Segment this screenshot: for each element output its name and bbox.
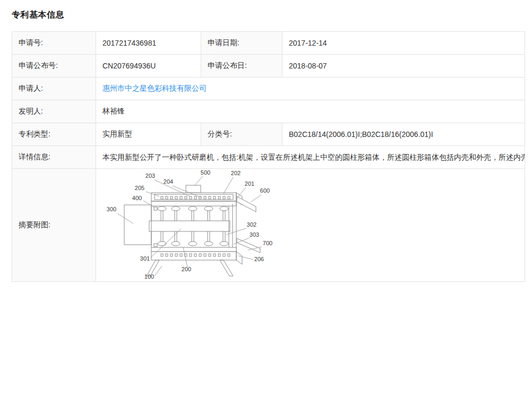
details-text: 本实用新型公开了一种卧式研磨机，包括:机架，设置在所述机架上中空的圆柱形箱体，所… [96, 146, 525, 169]
table-row-application: 申请号: 2017217436981 申请日期: 2017-12-14 [12, 32, 525, 55]
svg-text:300: 300 [107, 206, 116, 212]
publication-no-label: 申请公布号: [12, 55, 96, 78]
table-row-details: 详情信息: 本实用新型公开了一种卧式研磨机，包括:机架，设置在所述机架上中空的圆… [12, 146, 525, 169]
svg-text:303: 303 [250, 231, 259, 238]
application-no-label: 申请号: [12, 32, 96, 55]
applicant-link[interactable]: 惠州市中之星色彩科技有限公司 [102, 84, 207, 92]
abstract-figure-label: 摘要附图: [12, 169, 96, 282]
applicant-label: 申请人: [12, 78, 96, 100]
svg-text:201: 201 [245, 180, 254, 187]
svg-text:400: 400 [132, 195, 142, 201]
application-date-label: 申请日期: [201, 32, 282, 55]
svg-text:700: 700 [263, 240, 272, 246]
svg-text:301: 301 [140, 255, 150, 262]
page-title: 专利基本信息 [12, 10, 525, 21]
table-row-publication: 申请公布号: CN207694936U 申请公布日: 2018-08-07 [12, 55, 525, 78]
table-row-inventor: 发明人: 林裕锋 [12, 100, 525, 123]
details-label: 详情信息: [12, 146, 96, 169]
patent-detail-page: 专利基本信息 申请号: 2017217436981 申请日期: 2017-12-… [0, 0, 532, 282]
svg-text:600: 600 [260, 187, 270, 194]
patent-info-table: 申请号: 2017217436981 申请日期: 2017-12-14 申请公布… [12, 31, 525, 282]
svg-text:206: 206 [254, 256, 264, 262]
classification-label: 分类号: [201, 123, 282, 146]
application-date-value: 2017-12-14 [282, 32, 525, 55]
table-row-abstract-figure: 摘要附图: [12, 169, 525, 282]
application-no-value: 2017217436981 [96, 32, 201, 55]
applicant-cell: 惠州市中之星色彩科技有限公司 [96, 78, 525, 100]
svg-text:205: 205 [135, 185, 144, 191]
patent-type-label: 专利类型: [12, 123, 96, 146]
svg-text:100: 100 [144, 273, 154, 280]
abstract-figure-cell: 2032045002022016002054003003023037003012… [96, 169, 525, 282]
svg-text:203: 203 [145, 173, 155, 179]
patent-type-value: 实用新型 [96, 123, 201, 146]
svg-text:302: 302 [247, 221, 256, 228]
publication-no-value: CN207694936U [96, 55, 201, 78]
publication-date-label: 申请公布日: [201, 55, 282, 78]
svg-text:202: 202 [231, 170, 241, 176]
table-row-type-classification: 专利类型: 实用新型 分类号: B02C18/14(2006.01)I;B02C… [12, 123, 525, 146]
svg-text:200: 200 [182, 266, 191, 272]
classification-value: B02C18/14(2006.01)I;B02C18/16(2006.01)I [282, 123, 525, 146]
grinder-machine-drawing [124, 185, 260, 276]
inventor-label: 发明人: [12, 100, 96, 123]
inventor-value: 林裕锋 [96, 100, 525, 123]
patent-drawing: 2032045002022016002054003003023037003012… [102, 169, 280, 281]
table-row-applicant: 申请人: 惠州市中之星色彩科技有限公司 [12, 78, 525, 100]
publication-date-value: 2018-08-07 [282, 55, 525, 78]
svg-text:204: 204 [164, 178, 173, 185]
svg-text:500: 500 [201, 169, 210, 176]
